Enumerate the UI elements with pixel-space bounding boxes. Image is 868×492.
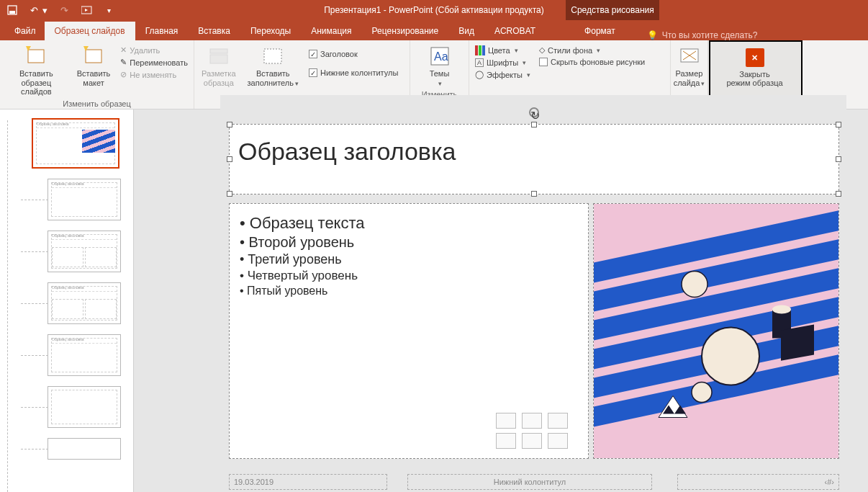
master-thumbnail[interactable]: Образец заголовка bbox=[32, 118, 119, 169]
svg-rect-9 bbox=[210, 55, 227, 63]
title-placeholder-text[interactable]: Образец заголовка bbox=[238, 138, 456, 166]
svg-point-26 bbox=[682, 272, 707, 298]
qat-customize-icon[interactable]: ▾ bbox=[107, 6, 111, 14]
ribbon-tabs: Файл Образец слайдов Главная Вставка Пер… bbox=[0, 20, 868, 40]
insert-chart-icon[interactable] bbox=[522, 413, 542, 429]
layout-thumbnail[interactable]: Образец заголовка bbox=[48, 334, 121, 376]
svg-rect-8 bbox=[210, 49, 227, 53]
layout-thumbnail[interactable]: Образец заголовка bbox=[48, 282, 121, 324]
slide-canvas[interactable]: Образец заголовка ↻ • Образец текста • В… bbox=[220, 95, 846, 492]
tab-transitions[interactable]: Переходы bbox=[240, 22, 301, 40]
save-icon[interactable] bbox=[7, 5, 17, 15]
svg-point-25 bbox=[702, 328, 759, 385]
insert-online-picture-icon[interactable] bbox=[522, 433, 542, 449]
bullet-list[interactable]: • Образец текста • Второй уровень • Трет… bbox=[230, 204, 588, 308]
background-styles-button[interactable]: ◇Стили фона▾ bbox=[538, 45, 646, 55]
hide-background-checkbox[interactable]: Скрыть фоновые рисунки bbox=[538, 57, 646, 67]
insert-layout-button[interactable]: Вставить макет bbox=[74, 43, 114, 89]
master-layout-button: Разметка образца bbox=[199, 43, 239, 89]
delete-icon: ✕ bbox=[120, 45, 127, 55]
footers-checkbox[interactable]: ✓Нижние колонтитулы bbox=[307, 68, 399, 78]
svg-rect-1 bbox=[9, 11, 15, 14]
tab-review[interactable]: Рецензирование bbox=[362, 22, 449, 40]
tell-me-search[interactable]: 💡 Что вы хотите сделать? bbox=[647, 30, 758, 40]
tab-format[interactable]: Формат bbox=[574, 22, 625, 40]
themes-button[interactable]: Aa Темы▾ bbox=[415, 43, 464, 89]
slide-number-placeholder[interactable]: ‹#› bbox=[677, 474, 839, 490]
svg-marker-3 bbox=[85, 9, 88, 12]
svg-rect-6 bbox=[86, 50, 101, 63]
tab-acrobat[interactable]: ACROBAT bbox=[484, 22, 546, 40]
content-placeholder[interactable]: • Образец текста • Второй уровень • Трет… bbox=[229, 203, 589, 459]
title-bar: ↶ ▾ ↷ ▾ Презентация1 - PowerPoint (Сбой … bbox=[0, 0, 868, 20]
close-icon: ✕ bbox=[746, 48, 764, 67]
colors-button[interactable]: Цвета▾ bbox=[474, 45, 532, 56]
tab-view[interactable]: Вид bbox=[448, 22, 484, 40]
footer-placeholder[interactable]: Нижний колонтитул bbox=[407, 474, 652, 490]
insert-slide-master-button[interactable]: Вставить образец слайдов bbox=[4, 43, 68, 98]
tab-slide-master[interactable]: Образец слайдов bbox=[45, 22, 135, 40]
window-title: Презентация1 - PowerPoint (Сбой активаци… bbox=[324, 5, 544, 15]
svg-rect-13 bbox=[475, 45, 478, 55]
rotation-handle[interactable]: ↻ bbox=[529, 107, 539, 117]
svg-rect-14 bbox=[479, 45, 482, 55]
preserve-icon: ⊘ bbox=[120, 70, 127, 79]
close-master-view-button[interactable]: ✕ Закрыть режим образца bbox=[708, 40, 801, 95]
layout-thumbnail[interactable]: Образец заголовка bbox=[48, 231, 121, 272]
fonts-button[interactable]: AШрифты▾ bbox=[474, 58, 532, 68]
layout-thumbnail[interactable] bbox=[48, 438, 121, 460]
effects-button[interactable]: ◯Эффекты▾ bbox=[474, 69, 532, 80]
delete-button[interactable]: ✕Удалить bbox=[119, 45, 189, 55]
tab-animations[interactable]: Анимация bbox=[301, 22, 361, 40]
effects-icon: ◯ bbox=[475, 70, 484, 79]
tab-file[interactable]: Файл bbox=[6, 22, 45, 40]
workspace: Образец заголовка Образец заголовка Обра… bbox=[0, 109, 868, 492]
insert-table-icon[interactable] bbox=[496, 413, 516, 429]
svg-point-29 bbox=[772, 305, 791, 314]
rename-button[interactable]: ✎Переименовать bbox=[119, 57, 189, 68]
insert-picture-icon[interactable] bbox=[496, 433, 516, 449]
date-placeholder[interactable]: 19.03.2019 bbox=[229, 474, 387, 490]
insert-placeholder-button[interactable]: Вставить заполнитель▾ bbox=[245, 43, 302, 89]
tab-home[interactable]: Главная bbox=[135, 22, 189, 40]
layout-thumbnail[interactable]: Образец заголовка bbox=[48, 179, 121, 220]
title-placeholder[interactable]: Образец заголовка ↻ bbox=[229, 124, 839, 194]
insert-smartart-icon[interactable] bbox=[548, 413, 568, 429]
start-from-beginning-icon[interactable] bbox=[81, 5, 93, 15]
undo-icon[interactable]: ↶ ▾ bbox=[30, 5, 48, 16]
colors-icon bbox=[475, 45, 485, 55]
tab-insert[interactable]: Вставка bbox=[188, 22, 240, 40]
slide-size-button[interactable]: Размер слайда▾ bbox=[675, 43, 703, 89]
lightbulb-icon: 💡 bbox=[647, 30, 658, 40]
thumbnail-panel[interactable]: Образец заголовка Образец заголовка Обра… bbox=[0, 109, 134, 492]
picture-placeholder[interactable] bbox=[593, 203, 839, 459]
svg-rect-4 bbox=[28, 50, 44, 63]
content-type-icons[interactable] bbox=[496, 413, 569, 449]
redo-icon[interactable]: ↷ bbox=[60, 5, 68, 16]
fonts-icon: A bbox=[475, 58, 484, 67]
svg-rect-10 bbox=[264, 49, 281, 63]
insert-video-icon[interactable] bbox=[548, 433, 568, 449]
svg-point-27 bbox=[692, 383, 712, 403]
title-checkbox[interactable]: ✓Заголовок bbox=[307, 49, 399, 59]
group-label-edit-master: Изменить образец bbox=[4, 98, 189, 109]
contextual-tab-label: Средства рисования bbox=[566, 0, 659, 20]
layout-thumbnail[interactable] bbox=[48, 386, 121, 428]
rename-icon: ✎ bbox=[120, 58, 127, 67]
svg-rect-30 bbox=[781, 325, 814, 361]
svg-rect-15 bbox=[482, 45, 485, 55]
slide-editor[interactable]: Образец заголовка ↻ • Образец текста • В… bbox=[134, 109, 868, 492]
preserve-button[interactable]: ⊘Не изменять bbox=[119, 69, 189, 80]
svg-text:Aa: Aa bbox=[434, 50, 448, 63]
background-styles-icon: ◇ bbox=[539, 45, 545, 55]
